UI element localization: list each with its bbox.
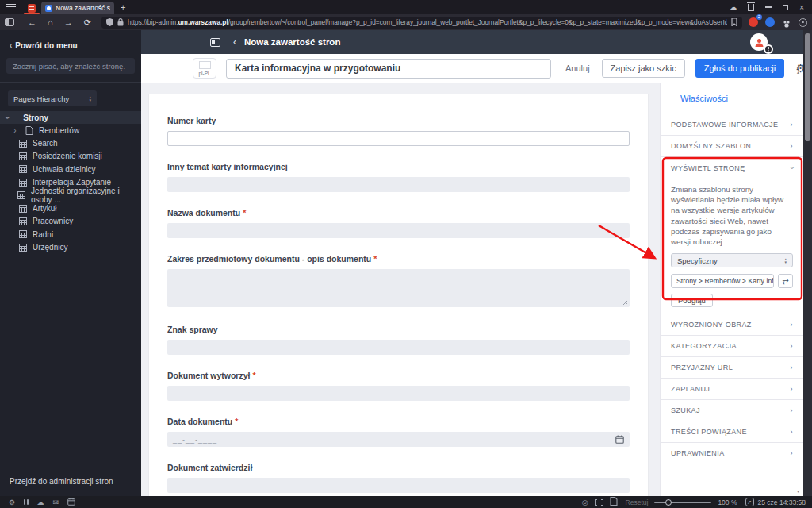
section-zaplanuj[interactable]: ZAPLANUJ› [661, 379, 803, 400]
dokument-wytworzyl-input[interactable] [167, 386, 630, 401]
divider [0, 82, 141, 83]
mail-icon[interactable]: ✉ [53, 498, 59, 506]
tree-item[interactable]: Uchwała dzielnicy [0, 163, 141, 175]
tree-item[interactable]: Radni [0, 228, 141, 241]
properties-tab[interactable]: Właściwości [661, 83, 803, 114]
dokument-zatwierdzil-input[interactable] [167, 478, 630, 493]
tree-root-strony[interactable]: › Strony [0, 111, 141, 124]
tree-item[interactable]: Search [0, 137, 141, 149]
impersonation-badge [764, 44, 773, 54]
extension-adblock-icon[interactable]: 2 [749, 17, 758, 27]
page-search-input[interactable]: Zacznij pisać, aby znaleźć stronę. [6, 58, 135, 74]
trash-icon[interactable] [748, 4, 754, 11]
change-page-button[interactable]: ⇄ [778, 274, 793, 288]
chevron-right-icon: › [791, 142, 793, 150]
section-wyrozniony-obraz[interactable]: WYRÓŻNIONY OBRAZ› [661, 314, 803, 336]
section-tresci-powiazane[interactable]: TREŚCI POWIĄZANE› [661, 421, 803, 443]
editor-toolbar: pl-PL Karta informacyjna w przygotowaniu… [141, 54, 812, 83]
scrollbar-thumb[interactable] [805, 33, 810, 141]
url-bar[interactable]: https://bip-admin.um.warszawa.pl/group/r… [102, 17, 742, 29]
sync-cloud-icon[interactable]: ☁ [730, 3, 737, 11]
back-to-menu-link[interactable]: ‹Powrót do menu [10, 41, 132, 50]
panel-toggle-icon[interactable] [210, 38, 220, 47]
liferay-admin-app: ‹Powrót do menu Zacznij pisać, aby znale… [0, 30, 812, 496]
chevron-right-icon: › [791, 449, 793, 457]
maximize-button[interactable] [783, 5, 788, 10]
avatar[interactable] [750, 33, 768, 51]
scroll-down-icon[interactable]: ▾ [797, 488, 799, 494]
data-dokumentu-input[interactable]: __-__-____ [167, 432, 630, 447]
inny-temat-input[interactable] [167, 177, 630, 192]
hierarchy-select[interactable]: Pages Hierarchy ▴▾ [8, 90, 97, 106]
grid-icon [19, 152, 27, 160]
tree-item[interactable]: Posiedzenie komisji [0, 150, 141, 163]
bookmark-icon[interactable] [731, 18, 737, 26]
publish-button[interactable]: Zgłoś do publikacji [695, 59, 785, 78]
calendar-icon[interactable] [615, 435, 624, 444]
article-title-input[interactable]: Karta informacyjna w przygotowaniu [226, 59, 551, 79]
chevron-right-icon: › [791, 385, 793, 393]
preview-button[interactable]: Podgląd [671, 294, 713, 307]
save-draft-button[interactable]: Zapisz jako szkic [602, 59, 685, 78]
tree-item[interactable]: Jednostki organizacyjne i osoby ... [0, 189, 141, 202]
znak-sprawy-input[interactable] [167, 340, 630, 355]
browser-nav-bar: ← ⌂ → ⟳ https://bip-admin.um.warszawa.pl… [0, 14, 812, 30]
sidebar-toggle-icon[interactable] [5, 18, 14, 26]
cancel-button[interactable]: Anuluj [565, 64, 590, 73]
record-icon[interactable]: ◎ [582, 498, 588, 506]
properties-panel: Właściwości PODSTAWOWE INFORMACJE› DOMYŚ… [660, 83, 803, 496]
settings-icon[interactable]: ⚙ [9, 498, 15, 506]
reload-icon[interactable]: ⟳ [84, 17, 91, 28]
tree-item-rembertow[interactable]: › Rembertów [0, 124, 141, 137]
home-icon[interactable]: ⌂ [48, 17, 53, 27]
chevron-right-icon: › [791, 364, 793, 371]
tree-item[interactable]: Urzędnicy [0, 241, 141, 254]
window-scrollbar[interactable] [803, 30, 812, 496]
new-tab-button[interactable]: + [121, 2, 125, 12]
grid-icon [17, 191, 25, 199]
user-icon [754, 37, 764, 48]
menu-icon[interactable] [6, 4, 16, 10]
resize-handle-icon[interactable] [622, 300, 628, 306]
display-page-section-body: Zmiana szablonu strony wyświetlania będz… [661, 184, 803, 314]
display-page-path-input[interactable]: Strony > Rembertów > Karty inf... [671, 274, 774, 288]
calendar-icon[interactable] [67, 498, 75, 507]
zoom-slider[interactable] [654, 502, 711, 503]
account-icon[interactable] [799, 18, 807, 27]
display-page-type-select[interactable]: Specyficzny ▴▾ [671, 253, 793, 267]
section-szukaj[interactable]: SZUKAJ› [661, 400, 803, 421]
zakres-przedmiotowy-textarea[interactable] [167, 269, 630, 307]
forward-icon[interactable]: → [64, 17, 73, 27]
close-button[interactable]: × [799, 5, 804, 10]
chevron-down-icon[interactable]: › [3, 116, 12, 118]
field-label: Znak sprawy [167, 325, 630, 334]
extension-translate-icon[interactable] [765, 17, 775, 27]
section-uprawnienia[interactable]: UPRAWNIENIA› [661, 443, 803, 464]
numer-karty-input[interactable] [167, 131, 630, 146]
scroll-up-icon[interactable]: ▴ [797, 69, 799, 75]
section-podstawowe-informacje[interactable]: PODSTAWOWE INFORMACJE› [661, 114, 803, 136]
chevron-left-icon[interactable]: ‹ [233, 37, 236, 48]
extension-ghostery-icon[interactable] [782, 17, 791, 27]
browser-tab[interactable]: Nowa zawartość stron - Re [41, 2, 114, 14]
pause-icon[interactable] [24, 499, 29, 505]
pinned-tab[interactable] [22, 2, 41, 14]
snapshot-icon[interactable] [610, 497, 618, 507]
tab-favicon-icon [45, 5, 52, 12]
reset-button[interactable]: Resetuj [626, 498, 649, 506]
section-wyswietl-strone[interactable]: WYŚWIETL STRONĘ› [661, 157, 803, 179]
section-przyjazny-url[interactable]: PRZYJAZNY URL› [661, 357, 803, 379]
back-icon[interactable]: ← [28, 17, 36, 27]
go-to-pages-admin-link[interactable]: Przejdź do administracji stron [10, 477, 113, 486]
language-selector[interactable]: pl-PL [193, 58, 216, 79]
minimize-button[interactable] [765, 6, 772, 8]
tree-item[interactable]: Pracownicy [0, 215, 141, 228]
cloud-icon[interactable]: ☁ [37, 498, 44, 506]
nazwa-dokumentu-input[interactable] [167, 223, 630, 238]
zoom-slider-knob[interactable] [665, 499, 672, 506]
capture-frame-icon[interactable] [595, 499, 603, 506]
section-kategoryzacja[interactable]: KATEGORYZACJA› [661, 336, 803, 357]
grid-icon [19, 140, 27, 148]
chevron-right-icon[interactable]: › [11, 126, 19, 135]
section-domyslny-szablon[interactable]: DOMYŚLNY SZABLON› [661, 136, 803, 157]
